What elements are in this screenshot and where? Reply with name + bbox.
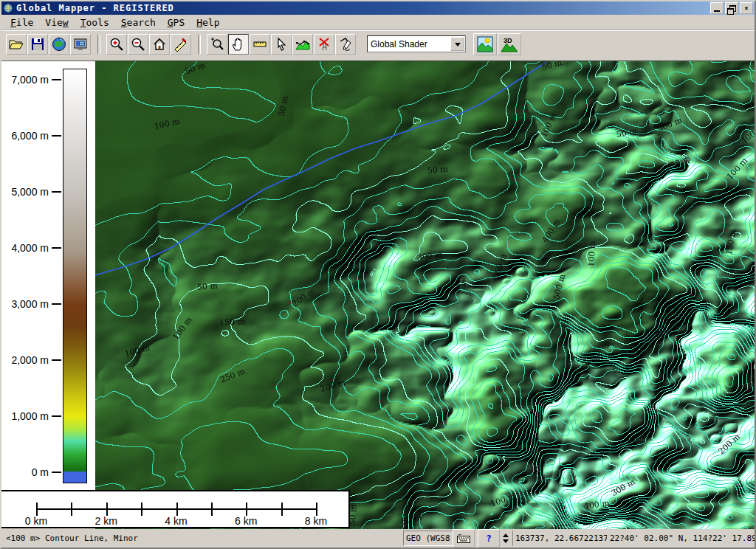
help-button[interactable]: ? [478, 529, 500, 548]
coordinate-spinner[interactable] [501, 531, 510, 545]
legend-tick-label: 4,000 m [1, 242, 49, 254]
path-profile-tool-button[interactable] [292, 34, 313, 55]
contour-label: 50 m [196, 281, 218, 292]
keyboard-icon [457, 534, 470, 543]
contour-label: 150 m [219, 317, 246, 328]
scale-tick [211, 503, 213, 516]
window-title: Global Mapper - REGISTERED [16, 3, 174, 13]
menu-tools[interactable]: Tools [75, 15, 115, 30]
legend-tick-label: 7,000 m [1, 74, 49, 86]
3d-view-button[interactable]: 3D [498, 33, 521, 55]
capture-button[interactable] [70, 34, 91, 55]
map-canvas[interactable] [95, 61, 755, 529]
elevation-legend: 7,000 m6,000 m5,000 m4,000 m3,000 m2,000… [1, 61, 95, 491]
title-bar[interactable]: Global Mapper - REGISTERED × [1, 1, 755, 15]
view-shed-tool-button[interactable] [314, 34, 334, 55]
svg-text:3D: 3D [504, 37, 512, 44]
legend-tick-mark [52, 247, 61, 249]
status-bar: <100 m> Contour Line, Minor GEO (WGS8 ? … [1, 528, 755, 549]
image-swatch-button[interactable] [473, 33, 497, 55]
client-area: 7,000 m6,000 m5,000 m4,000 m3,000 m2,000… [1, 56, 755, 548]
legend-tick-mark [52, 135, 61, 137]
legend-tick-label: 6,000 m [1, 130, 49, 142]
legend-tick-mark [52, 79, 61, 80]
scale-tick [316, 503, 317, 516]
legend-tick-mark [52, 359, 61, 361]
status-projection: GEO (WGS8 [403, 531, 455, 546]
map-view[interactable]: 50 m100 m50 m50 m50 m100 m50 m300 m400 m… [95, 61, 755, 529]
scale-tick [106, 503, 108, 516]
legend-tick-label: 5,000 m [1, 186, 49, 198]
full-view-icon [152, 37, 167, 52]
scale-label: 6 km [224, 515, 268, 527]
menu-view[interactable]: View [39, 15, 74, 30]
status-coordinates: 163737, 22.66722137 ) [512, 531, 611, 546]
legend-tick-mark [52, 303, 61, 305]
save-icon [30, 37, 45, 52]
keyboard-button[interactable] [453, 529, 475, 548]
scale-label: 2 km [84, 515, 128, 527]
scale-tick [281, 503, 283, 516]
spinner-up-icon [503, 531, 509, 537]
legend-tick-label: 1,000 m [1, 410, 49, 422]
scale-tick [141, 503, 142, 516]
save-button[interactable] [27, 34, 48, 55]
pan-tool-icon [231, 37, 246, 52]
scale-tick [71, 503, 72, 516]
contour-label: 100 m [587, 241, 598, 267]
close-icon: × [744, 4, 748, 12]
scale-tick [176, 503, 178, 516]
legend-tick-label: 0 m [1, 466, 49, 478]
zoom-out-button[interactable] [128, 34, 148, 55]
legend-tick-mark [52, 472, 61, 473]
digitizer-tool-button[interactable] [335, 34, 356, 55]
measure-tool-button[interactable] [250, 34, 270, 55]
world-button[interactable] [49, 34, 69, 55]
minimize-button[interactable] [710, 2, 724, 14]
scale-label: 0 km [14, 515, 58, 527]
zoom-tool-button[interactable] [207, 34, 227, 55]
toolbar: Global Shader3D [1, 30, 755, 57]
scale-label: 4 km [154, 515, 199, 527]
spinner-down-icon [503, 539, 509, 546]
zoom-in-icon [109, 37, 124, 52]
full-view-button[interactable] [149, 34, 170, 55]
map-layout-icon [173, 37, 188, 52]
contour-label: 50 m [427, 165, 448, 176]
menu-help[interactable]: Help [190, 15, 225, 30]
chevron-down-icon[interactable] [450, 37, 464, 51]
pointer-tool-icon [274, 37, 289, 52]
zoom-out-icon [131, 37, 145, 52]
3d-view-icon: 3D [501, 36, 518, 52]
menu-gps[interactable]: GPS [162, 15, 190, 30]
legend-tick-label: 3,000 m [1, 298, 49, 310]
path-profile-tool-icon [295, 37, 310, 52]
restore-button[interactable] [725, 2, 738, 14]
capture-icon [73, 37, 88, 52]
zoom-tool-icon [210, 37, 224, 52]
menu-file[interactable]: File [4, 15, 39, 30]
minimize-icon [714, 10, 720, 12]
scale-bar: 0 km2 km4 km6 km8 km [1, 490, 350, 528]
pan-tool-button[interactable] [228, 34, 249, 55]
scale-label: 8 km [294, 515, 338, 527]
legend-tick-mark [52, 191, 61, 193]
app-icon [3, 3, 13, 13]
digitizer-tool-icon [338, 37, 353, 52]
status-latlon: 22?40' 02.00" N, 114?22' 17.89" E [607, 531, 756, 546]
shader-dropdown[interactable]: Global Shader [367, 35, 466, 52]
legend-tick-mark [52, 415, 61, 417]
toolbar-separator [198, 35, 201, 54]
open-icon [9, 37, 24, 52]
map-layout-button[interactable] [171, 34, 191, 55]
help-icon: ? [486, 534, 491, 544]
scale-tick [246, 503, 247, 516]
pointer-tool-button[interactable] [271, 34, 292, 55]
world-icon [52, 37, 66, 52]
open-button[interactable] [6, 34, 27, 55]
elevation-gradient-bar [63, 69, 87, 483]
zoom-in-button[interactable] [106, 34, 127, 55]
close-button[interactable]: × [740, 2, 753, 14]
measure-tool-icon [252, 37, 267, 52]
menu-search[interactable]: Search [115, 15, 162, 30]
